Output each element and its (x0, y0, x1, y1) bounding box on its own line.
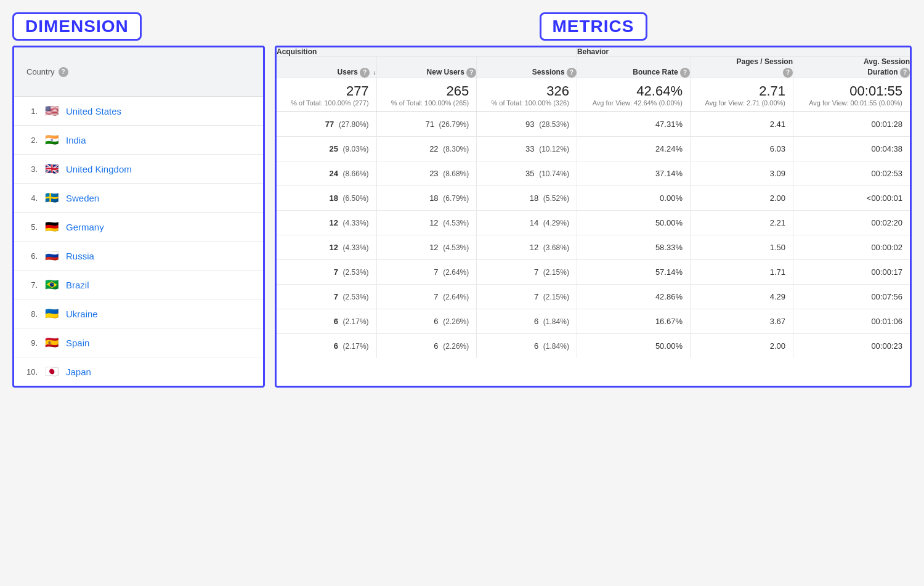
data-avg-duration: 00:02:20 (793, 210, 910, 235)
column-header-row: Users ? ↓ New Users ? Sessions ? Bounce … (277, 57, 910, 78)
dimension-rows: 1. 🇺🇸 United States 2. 🇮🇳 India 3. 🇬🇧 Un… (14, 97, 263, 386)
data-sessions: 33 (10.12%) (477, 136, 577, 161)
new-users-help-icon[interactable]: ? (466, 68, 476, 78)
row-number: 9. (24, 338, 38, 348)
country-flag: 🇸🇪 (44, 191, 60, 205)
metrics-title: METRICS (540, 12, 647, 41)
country-name[interactable]: United Kingdom (66, 164, 132, 174)
row-number: 7. (24, 280, 38, 290)
country-name[interactable]: Russia (66, 251, 94, 261)
users-help-icon[interactable]: ? (360, 68, 370, 78)
country-name[interactable]: Spain (66, 338, 89, 348)
page-wrapper: DIMENSION METRICS Country ? 1. 🇺🇸 United… (12, 12, 912, 388)
data-sessions: 18 (5.52%) (477, 185, 577, 210)
data-avg-duration: 00:07:56 (793, 284, 910, 309)
totals-row: 277 % of Total: 100.00% (277) 265 % of T… (277, 78, 910, 112)
data-avg-duration: 00:02:53 (793, 161, 910, 185)
data-bounce-rate: 50.00% (577, 210, 690, 235)
total-users: 277 % of Total: 100.00% (277) (277, 78, 376, 112)
country-label: Country (26, 67, 55, 76)
data-avg-duration: 00:00:23 (793, 333, 910, 358)
group-header-row: Acquisition Behavior (277, 47, 910, 57)
metrics-data-row: 77 (27.80%) 71 (26.79%) 93 (28.53%) 47.3… (277, 112, 910, 136)
data-bounce-rate: 57.14% (577, 259, 690, 284)
total-avg-duration: 00:01:55 Avg for View: 00:01:55 (0.00%) (793, 78, 910, 112)
country-flag: 🇺🇸 (44, 104, 60, 118)
total-new-users: 265 % of Total: 100.00% (265) (376, 78, 477, 112)
country-name[interactable]: Brazil (66, 280, 89, 290)
new-users-col-header: New Users ? (376, 57, 477, 78)
metrics-data-row: 18 (6.50%) 18 (6.79%) 18 (5.52%) 0.00% 2… (277, 185, 910, 210)
data-new-users: 7 (2.64%) (376, 284, 477, 309)
country-flag: 🇬🇧 (44, 162, 60, 176)
country-name[interactable]: Ukraine (66, 309, 98, 319)
country-flag: 🇯🇵 (44, 365, 60, 378)
country-name[interactable]: United States (66, 106, 121, 116)
data-avg-duration: <00:00:01 (793, 185, 910, 210)
data-users: 24 (8.66%) (277, 161, 376, 185)
dimension-row: 1. 🇺🇸 United States (14, 97, 263, 126)
data-users: 18 (6.50%) (277, 185, 376, 210)
row-number: 1. (24, 107, 38, 116)
dimension-title: DIMENSION (12, 12, 142, 41)
country-flag: 🇪🇸 (44, 336, 60, 349)
country-flag: 🇺🇦 (44, 307, 60, 320)
country-name[interactable]: India (66, 135, 86, 145)
data-sessions: 6 (1.84%) (477, 309, 577, 333)
row-number: 4. (24, 193, 38, 203)
data-avg-duration: 00:00:17 (793, 259, 910, 284)
data-pages-session: 2.00 (690, 185, 793, 210)
data-new-users: 71 (26.79%) (376, 112, 477, 136)
data-new-users: 6 (2.26%) (376, 333, 477, 358)
data-pages-session: 6.03 (690, 136, 793, 161)
metrics-data-row: 7 (2.53%) 7 (2.64%) 7 (2.15%) 57.14% 1.7… (277, 259, 910, 284)
dimension-row: 7. 🇧🇷 Brazil (14, 271, 263, 299)
data-users: 77 (27.80%) (277, 112, 376, 136)
avg-duration-help-icon[interactable]: ? (900, 68, 910, 78)
data-pages-session: 1.50 (690, 235, 793, 259)
data-users: 7 (2.53%) (277, 259, 376, 284)
dimension-label-area: DIMENSION (12, 12, 265, 41)
data-pages-session: 2.21 (690, 210, 793, 235)
metrics-data-row: 25 (9.03%) 22 (8.30%) 33 (10.12%) 24.24%… (277, 136, 910, 161)
total-sessions: 326 % of Total: 100.00% (326) (477, 78, 577, 112)
data-sessions: 14 (4.29%) (477, 210, 577, 235)
bounce-rate-col-header: Bounce Rate ? (577, 57, 690, 78)
dimension-row: 8. 🇺🇦 Ukraine (14, 299, 263, 328)
data-bounce-rate: 58.33% (577, 235, 690, 259)
data-avg-duration: 00:01:06 (793, 309, 910, 333)
data-bounce-rate: 50.00% (577, 333, 690, 358)
users-sort-icon[interactable]: ↓ (373, 68, 376, 77)
country-name[interactable]: Germany (66, 222, 104, 232)
data-users: 25 (9.03%) (277, 136, 376, 161)
country-help-icon[interactable]: ? (59, 67, 68, 77)
country-column-header: Country ? (26, 67, 68, 77)
metrics-data-row: 6 (2.17%) 6 (2.26%) 6 (1.84%) 50.00% 2.0… (277, 333, 910, 358)
tables-row: Country ? 1. 🇺🇸 United States 2. 🇮🇳 Indi… (12, 46, 912, 388)
data-new-users: 23 (8.68%) (376, 161, 477, 185)
data-new-users: 6 (2.26%) (376, 309, 477, 333)
data-new-users: 7 (2.64%) (376, 259, 477, 284)
data-pages-session: 2.00 (690, 333, 793, 358)
data-sessions: 35 (10.74%) (477, 161, 577, 185)
metrics-data-row: 6 (2.17%) 6 (2.26%) 6 (1.84%) 16.67% 3.6… (277, 309, 910, 333)
dimension-row: 9. 🇪🇸 Spain (14, 328, 263, 357)
users-col-header: Users ? ↓ (277, 57, 376, 78)
data-avg-duration: 00:00:02 (793, 235, 910, 259)
country-flag: 🇧🇷 (44, 278, 60, 291)
dimension-row: 3. 🇬🇧 United Kingdom (14, 155, 263, 184)
dimension-panel: Country ? 1. 🇺🇸 United States 2. 🇮🇳 Indi… (12, 46, 265, 388)
data-new-users: 12 (4.53%) (376, 210, 477, 235)
bounce-rate-help-icon[interactable]: ? (680, 68, 690, 78)
data-sessions: 7 (2.15%) (477, 284, 577, 309)
country-name[interactable]: Japan (66, 367, 91, 377)
metrics-table: Acquisition Behavior Users ? ↓ New Users… (277, 47, 910, 358)
country-name[interactable]: Sweden (66, 193, 99, 203)
pages-session-help-icon[interactable]: ? (783, 68, 793, 78)
data-sessions: 93 (28.53%) (477, 112, 577, 136)
data-bounce-rate: 42.86% (577, 284, 690, 309)
row-number: 6. (24, 251, 38, 261)
dimension-header: Country ? (14, 47, 263, 97)
sessions-help-icon[interactable]: ? (567, 68, 577, 78)
behavior-group-header: Behavior (577, 47, 910, 57)
